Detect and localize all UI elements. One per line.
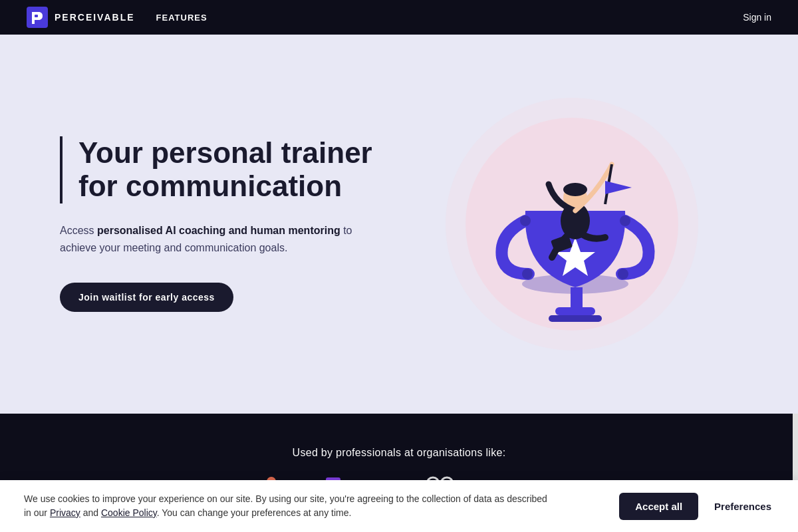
navbar: PERCEIVABLE FEATURES Sign in: [0, 0, 798, 35]
features-nav-link[interactable]: FEATURES: [156, 13, 207, 23]
hero-content: Your personal trainer for communication …: [53, 136, 399, 312]
accept-all-button[interactable]: Accept all: [619, 493, 698, 520]
hero-subtitle: Access personalised AI coaching and huma…: [60, 222, 379, 256]
hero-title: Your personal trainer for communication: [78, 136, 399, 203]
hero-text-group: Your personal trainer for communication: [60, 136, 399, 203]
hero-subtitle-prefix: Access: [60, 225, 97, 236]
hero-illustration: [399, 84, 745, 364]
svg-point-13: [563, 183, 587, 196]
cookie-policy-link[interactable]: Cookie Policy: [101, 507, 157, 518]
svg-point-7: [620, 215, 630, 226]
svg-rect-5: [571, 287, 583, 311]
preferences-button[interactable]: Preferences: [712, 493, 774, 520]
logo-icon: [27, 7, 48, 28]
cookie-buttons: Accept all Preferences: [619, 493, 774, 520]
signin-button[interactable]: Sign in: [743, 12, 771, 23]
cookie-text: We use cookies to improve your experienc…: [24, 492, 556, 520]
hero-subtitle-bold: personalised AI coaching and human mento…: [97, 225, 340, 236]
illustration-container: [432, 84, 712, 364]
hero-section: Your personal trainer for communication …: [0, 35, 798, 414]
cta-button[interactable]: Join waitlist for early access: [60, 283, 233, 312]
logo-text: PERCEIVABLE: [55, 12, 135, 23]
navbar-left: PERCEIVABLE FEATURES: [27, 7, 207, 28]
used-by-text: Used by professionals at organisations l…: [293, 447, 506, 459]
cookie-text-suffix: . You can change your preferences at any…: [157, 507, 352, 518]
logo-area[interactable]: PERCEIVABLE: [27, 7, 135, 28]
svg-rect-1: [35, 15, 38, 17]
cookie-text-middle: and: [80, 507, 101, 518]
privacy-link[interactable]: Privacy: [50, 507, 80, 518]
svg-point-9: [618, 269, 628, 279]
svg-point-8: [522, 269, 533, 279]
svg-rect-4: [549, 315, 602, 322]
cookie-banner: We use cookies to improve your experienc…: [0, 480, 798, 532]
svg-point-6: [520, 215, 531, 226]
trophy-illustration: [452, 111, 692, 350]
